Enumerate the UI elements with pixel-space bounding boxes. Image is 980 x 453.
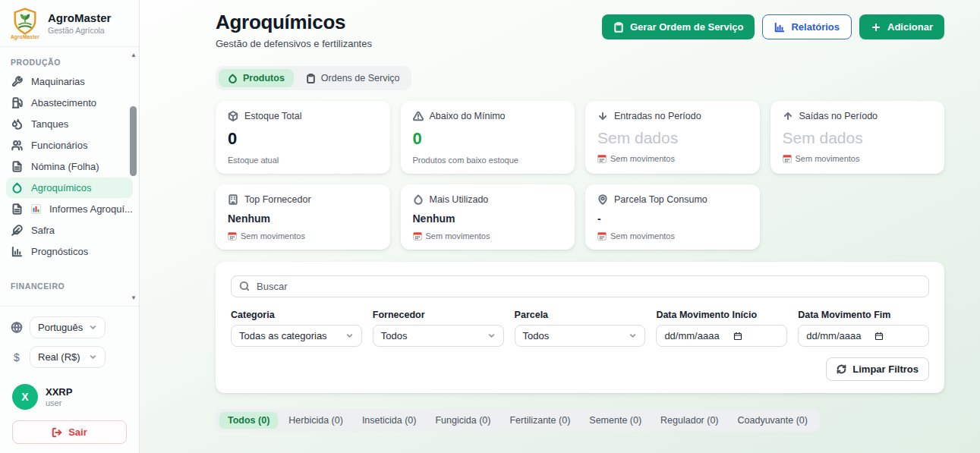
card-title: Parcela Top Consumo — [614, 194, 707, 205]
app-name: AgroMaster — [48, 11, 111, 24]
scroll-down-arrow[interactable]: ▼ — [131, 295, 137, 301]
user-name: XXRP — [46, 386, 72, 398]
page-subtitle: Gestão de defensivos e fertilizantes — [216, 38, 372, 49]
arrow-up-icon — [783, 111, 793, 121]
clipboard-icon — [613, 22, 624, 33]
currency-value: Real (R$) — [38, 351, 80, 363]
date-fim-input[interactable]: dd/mm/aaaa — [798, 325, 929, 347]
dollar-icon: $ — [11, 351, 23, 363]
card-value: Sem dados — [597, 129, 748, 147]
card-caption: Produtos com baixo estoque — [413, 156, 563, 165]
reports-label: Relatórios — [791, 21, 840, 33]
page-header: Agroquímicos Gestão de defensivos e fert… — [216, 11, 944, 49]
user-info: XXRP user — [46, 386, 72, 407]
sidebar-item-prognosticos[interactable]: Prognósticos — [6, 241, 133, 262]
date-inicio-value: dd/mm/aaaa — [664, 330, 719, 341]
sidebar-item-informes[interactable]: Informes Agroquí... — [6, 199, 133, 219]
search-input[interactable] — [231, 275, 929, 297]
date-inicio-input[interactable]: dd/mm/aaaa — [656, 325, 787, 347]
bar-chart-emoji-icon — [31, 204, 41, 214]
stat-cards-row1: Estoque Total 0 Estoque atual Abaixo do … — [216, 101, 944, 174]
sidebar-item-tanques[interactable]: Tanques — [6, 114, 133, 134]
sidebar-item-safra[interactable]: Safra — [6, 220, 133, 241]
card-title: Estoque Total — [244, 111, 302, 121]
logout-button[interactable]: Sair — [12, 420, 127, 444]
filter-data-inicio: Data Movimento Início dd/mm/aaaa — [656, 310, 787, 347]
chip-todos[interactable]: Todos (0) — [219, 412, 278, 429]
parcela-select[interactable]: Todos — [515, 325, 646, 347]
sidebar-item-label: Tanques — [31, 118, 68, 130]
card-mais-utilizado: Mais Utilizado Nenhum Sem movimentos — [401, 184, 575, 250]
bar-chart-icon — [11, 246, 23, 257]
user-row: X XXRP user — [0, 373, 139, 414]
sidebar-item-label: Safra — [31, 225, 55, 236]
avatar: X — [12, 384, 38, 410]
clear-row: Limpar Filtros — [231, 357, 929, 381]
filter-label: Parcela — [515, 310, 646, 320]
tab-ordens-servico[interactable]: Ordens de Serviço — [297, 69, 409, 87]
chip-semente[interactable]: Semente (0) — [581, 412, 650, 429]
card-caption: Sem movimentos — [783, 154, 933, 163]
filters-row: Categoria Todas as categorias Fornecedor… — [231, 310, 929, 347]
logout-label: Sair — [68, 426, 87, 438]
sidebar-item-maquinarias[interactable]: Maquinarias — [6, 71, 133, 92]
tab-produtos[interactable]: Produtos — [219, 69, 294, 87]
reports-button[interactable]: Relatórios — [762, 14, 852, 39]
calendar-picker-icon[interactable] — [733, 332, 742, 341]
calendar-icon — [783, 154, 792, 163]
add-button[interactable]: Adicionar — [859, 14, 944, 39]
filter-label: Categoria — [231, 310, 362, 320]
card-estoque-total: Estoque Total 0 Estoque atual — [216, 101, 390, 174]
package-icon — [228, 111, 238, 121]
sidebar-item-label: Nómina (Folha) — [31, 161, 99, 172]
card-value: Sem dados — [783, 129, 933, 147]
card-value: - — [597, 212, 748, 225]
sidebar-scrollbar-thumb[interactable] — [130, 106, 137, 176]
droplet-icon — [11, 182, 23, 193]
calendar-icon — [413, 231, 422, 241]
droplet-icon — [228, 74, 238, 83]
calendar-picker-icon[interactable] — [874, 332, 884, 341]
filter-fornecedor: Fornecedor Todos — [373, 310, 504, 347]
sidebar-item-nomina[interactable]: Nómina (Folha) — [6, 156, 133, 177]
currency-select[interactable]: Real (R$) — [30, 346, 106, 368]
clear-filters-label: Limpar Filtros — [852, 363, 919, 375]
chip-herbicida[interactable]: Herbicida (0) — [280, 412, 351, 429]
chip-coadyuvante[interactable]: Coadyuvante (0) — [729, 412, 816, 429]
arrow-down-icon — [597, 111, 608, 121]
chevron-down-icon — [89, 353, 97, 361]
chevron-down-icon — [629, 332, 637, 340]
card-caption-text: Sem movimentos — [796, 154, 860, 163]
chip-regulador[interactable]: Regulador (0) — [652, 412, 726, 429]
scroll-up-arrow[interactable]: ▲ — [131, 52, 137, 58]
plus-icon — [871, 22, 881, 33]
sidebar-item-agroquimicos[interactable]: Agroquímicos — [6, 178, 133, 198]
calendar-icon — [228, 231, 237, 241]
generate-order-button[interactable]: Gerar Ordem de Serviço — [602, 14, 755, 39]
sidebar-item-funcionarios[interactable]: Funcionários — [6, 135, 133, 156]
building-icon — [228, 194, 238, 205]
clear-filters-button[interactable]: Limpar Filtros — [826, 357, 929, 381]
chip-fungicida[interactable]: Fungicida (0) — [427, 412, 499, 429]
categoria-select[interactable]: Todas as categorias — [231, 325, 362, 347]
sidebar-item-abastecimento[interactable]: Abastecimento — [6, 93, 133, 113]
document-icon — [11, 203, 23, 215]
card-caption-text: Sem movimentos — [610, 154, 675, 163]
fornecedor-select[interactable]: Todos — [373, 325, 504, 347]
card-caption-text: Sem movimentos — [241, 231, 305, 241]
language-select[interactable]: Português — [30, 316, 106, 338]
card-caption-text: Sem movimentos — [610, 231, 675, 241]
clipboard-icon — [306, 74, 316, 83]
logo-row: AgroMaster AgroMaster Gestão Agrícola — [0, 0, 139, 47]
chip-inseticida[interactable]: Inseticida (0) — [354, 412, 425, 429]
currency-row: $ Real (R$) — [0, 342, 139, 372]
parcela-value: Todos — [523, 330, 550, 341]
card-saidas-periodo: Saídas no Período Sem dados Sem moviment… — [770, 101, 945, 174]
main-content: Agroquímicos Gestão de defensivos e fert… — [140, 0, 980, 453]
card-value: Nenhum — [228, 212, 378, 225]
wheat-icon — [11, 225, 23, 236]
filters-panel: Categoria Todas as categorias Fornecedor… — [216, 262, 944, 393]
language-value: Português — [38, 322, 83, 333]
chip-fertilizante[interactable]: Fertilizante (0) — [501, 412, 578, 429]
filter-parcela: Parcela Todos — [515, 310, 646, 347]
